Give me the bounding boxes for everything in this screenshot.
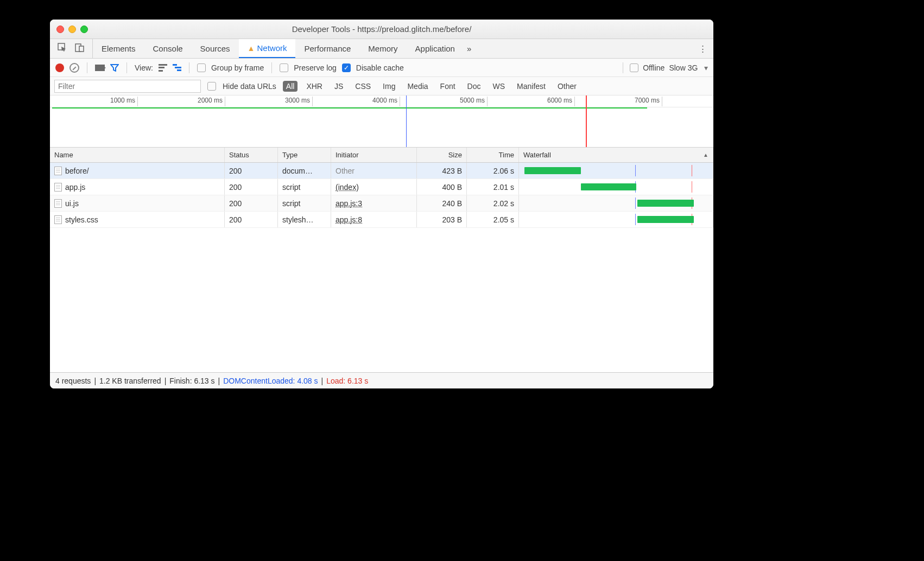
timeline-tick: 4000 ms	[372, 97, 400, 104]
request-status: 200	[229, 215, 242, 224]
column-header-waterfall[interactable]: Waterfall ▲	[519, 148, 713, 162]
column-header-type[interactable]: Type	[278, 148, 331, 162]
group-by-frame-checkbox[interactable]	[197, 63, 206, 72]
timing-bar	[637, 200, 694, 207]
tab-console[interactable]: Console	[144, 39, 192, 58]
tab-label: Console	[153, 44, 183, 53]
file-icon	[54, 167, 62, 175]
overflow-tabs-button[interactable]: »	[467, 44, 471, 53]
filter-type-js[interactable]: JS	[331, 81, 346, 92]
request-name: before/	[65, 167, 89, 175]
filter-input[interactable]	[54, 80, 201, 93]
hide-data-urls-checkbox[interactable]	[207, 82, 216, 91]
summary-finish: Finish: 6.13 s	[169, 377, 214, 385]
filter-type-css[interactable]: CSS	[352, 81, 374, 92]
table-body: before/ 200 docum… Other 423 B 2.06 s ap…	[50, 163, 713, 372]
titlebar: Developer Tools - https://preload.glitch…	[50, 20, 713, 39]
filter-type-font[interactable]: Font	[437, 81, 459, 92]
dcl-line	[635, 165, 636, 176]
request-status: 200	[229, 199, 242, 208]
filter-type-manifest[interactable]: Manifest	[514, 81, 549, 92]
inspect-element-icon[interactable]	[58, 43, 67, 54]
column-header-name[interactable]: Name	[50, 148, 225, 162]
disable-cache-label: Disable cache	[356, 63, 404, 72]
timeline-chart	[50, 107, 713, 147]
file-icon	[54, 215, 62, 224]
request-initiator[interactable]: app.js:8	[336, 215, 362, 224]
timeline-overview[interactable]: 1000 ms 2000 ms 3000 ms 4000 ms 5000 ms …	[50, 95, 713, 148]
column-header-initiator[interactable]: Initiator	[331, 148, 417, 162]
activity-line	[52, 107, 647, 109]
divider	[189, 62, 189, 73]
view-label: View:	[135, 63, 153, 72]
preserve-log-label: Preserve log	[294, 63, 337, 72]
table-row[interactable]: before/ 200 docum… Other 423 B 2.06 s	[50, 163, 713, 179]
request-size: 203 B	[442, 215, 462, 224]
column-header-time[interactable]: Time	[467, 148, 519, 162]
table-row[interactable]: styles.css 200 stylesh… app.js:8 203 B 2…	[50, 212, 713, 228]
timeline-tick: 2000 ms	[198, 97, 225, 104]
filter-type-other[interactable]: Other	[554, 81, 580, 92]
clear-button[interactable]	[69, 63, 79, 73]
preserve-log-checkbox[interactable]	[280, 63, 288, 72]
request-type: script	[282, 199, 300, 208]
divider	[271, 62, 272, 73]
more-options-button[interactable]: ⋮	[699, 44, 708, 54]
offline-label: Offline	[643, 63, 664, 72]
offline-checkbox[interactable]	[630, 63, 638, 72]
filter-type-media[interactable]: Media	[404, 81, 431, 92]
disable-cache-checkbox[interactable]: ✓	[342, 63, 351, 72]
tab-elements[interactable]: Elements	[93, 39, 144, 58]
summary-requests: 4 requests	[55, 377, 91, 385]
filter-type-doc[interactable]: Doc	[464, 81, 484, 92]
tab-performance[interactable]: Performance	[295, 39, 359, 58]
throttling-select[interactable]: Slow 3G ▾	[669, 63, 708, 72]
zoom-icon[interactable]	[80, 25, 88, 33]
file-icon	[54, 199, 62, 208]
column-header-size[interactable]: Size	[417, 148, 467, 162]
tab-application[interactable]: Application	[407, 39, 464, 58]
waterfall-view-icon[interactable]	[173, 64, 181, 71]
devtools-window: Developer Tools - https://preload.glitch…	[50, 20, 713, 388]
dcl-marker	[406, 95, 407, 147]
request-name: ui.js	[65, 199, 79, 208]
minimize-icon[interactable]	[68, 25, 76, 33]
resource-type-filters: All XHR JS CSS Img Media Font Doc WS Man…	[283, 81, 580, 92]
sort-indicator-icon: ▲	[703, 152, 708, 158]
hide-data-urls-label: Hide data URLs	[223, 82, 276, 91]
large-rows-icon[interactable]	[159, 64, 167, 72]
close-icon[interactable]	[56, 25, 64, 33]
timeline-ticks: 1000 ms 2000 ms 3000 ms 4000 ms 5000 ms …	[50, 95, 713, 107]
request-size: 240 B	[442, 199, 462, 208]
filter-toggle-icon[interactable]	[110, 64, 119, 72]
svg-rect-2	[79, 46, 84, 52]
filter-type-all[interactable]: All	[283, 81, 298, 92]
tab-memory[interactable]: Memory	[359, 39, 406, 58]
summary-dcl: DOMContentLoaded: 4.08 s	[223, 377, 318, 385]
panel-tabs-row: Elements Console Sources ▲Network Perfor…	[50, 39, 713, 59]
request-status: 200	[229, 183, 242, 192]
timing-bar	[637, 216, 694, 223]
filter-type-xhr[interactable]: XHR	[303, 81, 326, 92]
tab-sources[interactable]: Sources	[192, 39, 239, 58]
device-toggle-icon[interactable]	[75, 43, 85, 54]
column-header-status[interactable]: Status	[225, 148, 278, 162]
table-row[interactable]: app.js 200 script (index) 400 B 2.01 s	[50, 179, 713, 195]
screenshots-icon[interactable]	[95, 65, 105, 71]
request-time: 2.01 s	[493, 183, 514, 192]
request-initiator[interactable]: (index)	[336, 183, 359, 192]
traffic-lights	[56, 25, 88, 33]
request-time: 2.02 s	[493, 199, 514, 208]
filter-row: Hide data URLs All XHR JS CSS Img Media …	[50, 77, 713, 95]
request-initiator[interactable]: app.js:3	[336, 199, 362, 208]
table-row[interactable]: ui.js 200 script app.js:3 240 B 2.02 s	[50, 195, 713, 212]
tab-label: Elements	[102, 44, 136, 53]
tab-network[interactable]: ▲Network	[239, 39, 296, 58]
request-type: docum…	[282, 167, 313, 175]
summary-load: Load: 6.13 s	[326, 377, 368, 385]
request-time: 2.05 s	[493, 215, 514, 224]
filter-type-ws[interactable]: WS	[490, 81, 509, 92]
request-type: script	[282, 183, 300, 192]
record-button[interactable]	[55, 63, 64, 72]
filter-type-img[interactable]: Img	[379, 81, 398, 92]
